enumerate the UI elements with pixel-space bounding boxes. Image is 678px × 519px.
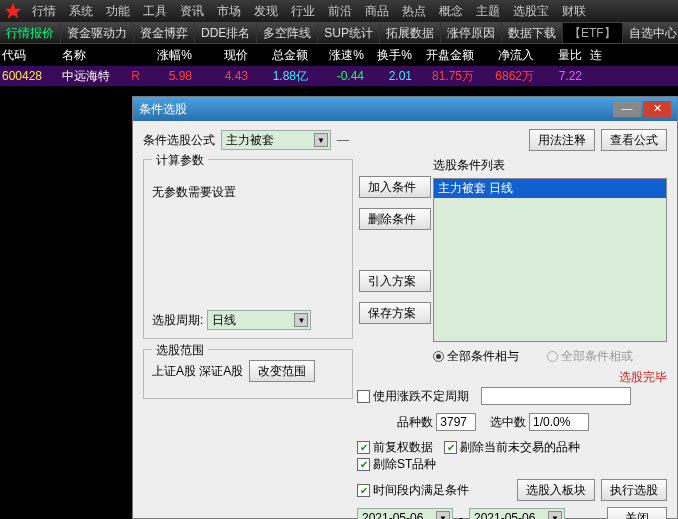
cell-open: 81.75万	[412, 68, 474, 85]
menu-item[interactable]: 主题	[470, 3, 506, 20]
tab-item[interactable]: 【ETF】	[563, 23, 623, 43]
load-scheme-button[interactable]: 引入方案	[359, 270, 431, 292]
menu-item[interactable]: 市场	[211, 3, 247, 20]
svg-marker-0	[5, 3, 22, 19]
view-formula-button[interactable]: 查看公式	[601, 129, 667, 151]
cell-spd: -0.44	[308, 69, 364, 83]
tab-item[interactable]: 资金博弈	[134, 23, 195, 43]
col-pct[interactable]: 涨幅%	[140, 47, 192, 64]
checkbox-icon: ✔	[357, 458, 370, 471]
tab-item[interactable]: SUP统计	[318, 23, 380, 43]
tab-item[interactable]: 数据下载	[502, 23, 563, 43]
date-to-dropdown[interactable]: 2021-05-06▼	[469, 508, 565, 519]
selected-value[interactable]	[529, 413, 589, 431]
menu-item[interactable]: 选股宝	[507, 3, 555, 20]
tab-item[interactable]: 自选中心	[623, 23, 678, 43]
tab-item[interactable]: 拓展数据	[380, 23, 441, 43]
checkbox-icon: ✔	[357, 484, 370, 497]
period-value: 日线	[212, 312, 236, 329]
checkbox-icon: ✔	[357, 441, 370, 454]
col-turn[interactable]: 换手%	[364, 47, 412, 64]
calc-legend: 计算参数	[152, 152, 208, 169]
menu-item[interactable]: 前沿	[322, 3, 358, 20]
chevron-down-icon: ▼	[294, 313, 308, 327]
tab-item[interactable]: 多空阵线	[257, 23, 318, 43]
radio-or[interactable]: 全部条件相或	[547, 348, 633, 365]
date-from-dropdown[interactable]: 2021-05-06▼	[357, 508, 453, 519]
tab-item[interactable]: DDE排名	[195, 23, 257, 43]
menu-item[interactable]: 工具	[137, 3, 173, 20]
formula-label: 条件选股公式	[143, 132, 215, 149]
cell-price: 4.43	[192, 69, 248, 83]
formula-dropdown[interactable]: 主力被套 ▼	[221, 130, 331, 150]
menu-item[interactable]: 行业	[285, 3, 321, 20]
col-amt[interactable]: 总金额	[248, 47, 308, 64]
menu-item[interactable]: 概念	[433, 3, 469, 20]
selected-label: 选中数	[490, 415, 526, 429]
menu-item[interactable]: 资讯	[174, 3, 210, 20]
dialog-title: 条件选股	[139, 101, 611, 118]
delete-condition-button[interactable]: 删除条件	[359, 208, 431, 230]
grid-header: 代码 名称 涨幅% 现价 总金额 涨速% 换手% 开盘金额 净流入 量比 连	[0, 44, 678, 66]
irregular-period-input[interactable]	[481, 387, 631, 405]
menu-item[interactable]: 商品	[359, 3, 395, 20]
chevron-down-icon: ▼	[436, 511, 450, 519]
count-value[interactable]	[436, 413, 476, 431]
tab-quotes[interactable]: 行情报价	[0, 23, 61, 43]
cell-net: 6862万	[474, 68, 534, 85]
condition-listbox[interactable]: 主力被套 日线	[433, 178, 667, 342]
range-text: 上证A股 深证A股	[152, 363, 243, 380]
close-dialog-button[interactable]: 关闭	[607, 507, 667, 519]
condition-list-label: 选股条件列表	[433, 157, 667, 174]
menu-item[interactable]: 功能	[100, 3, 136, 20]
col-price[interactable]: 现价	[192, 47, 248, 64]
cell-amt: 1.88亿	[248, 68, 308, 85]
col-code[interactable]: 代码	[2, 47, 52, 64]
main-menu-bar: 行情 系统 功能 工具 资讯 市场 发现 行业 前沿 商品 热点 概念 主题 选…	[0, 0, 678, 22]
menu-item[interactable]: 系统	[63, 3, 99, 20]
cell-turn: 2.01	[364, 69, 412, 83]
list-item[interactable]: 主力被套 日线	[434, 179, 666, 198]
close-button[interactable]: ✕	[643, 101, 671, 117]
radio-and[interactable]: 全部条件相与	[433, 348, 519, 365]
to-block-button[interactable]: 选股入板块	[517, 479, 595, 501]
period-label: 选股周期:	[152, 312, 203, 329]
tab-item[interactable]: 资金驱动力	[61, 23, 134, 43]
tab-item[interactable]: 涨停原因	[441, 23, 502, 43]
chk-timerange[interactable]: ✔时间段内满足条件	[357, 482, 469, 499]
count-label: 品种数	[397, 415, 433, 429]
add-condition-button[interactable]: 加入条件	[359, 176, 431, 198]
col-name[interactable]: 名称	[52, 47, 122, 64]
condition-selector-dialog: 条件选股 — ✕ 条件选股公式 主力被套 ▼ — 用法注释 查看公式 计算参数 …	[132, 96, 678, 519]
save-scheme-button[interactable]: 保存方案	[359, 302, 431, 324]
menu-item[interactable]: 热点	[396, 3, 432, 20]
chk-exclude-st[interactable]: ✔剔除ST品种	[357, 456, 436, 473]
tab-strip: 行情报价 资金驱动力 资金博弈 DDE排名 多空阵线 SUP统计 拓展数据 涨停…	[0, 22, 678, 44]
minimize-button[interactable]: —	[613, 101, 641, 117]
col-open[interactable]: 开盘金额	[412, 47, 474, 64]
status-text: 选股完毕	[433, 369, 667, 386]
range-group: 选股范围 上证A股 深证A股 改变范围	[143, 349, 353, 399]
change-range-button[interactable]: 改变范围	[249, 360, 315, 382]
col-more[interactable]: 连	[582, 47, 602, 64]
run-button[interactable]: 执行选股	[601, 479, 667, 501]
cell-r-flag: R	[122, 69, 140, 83]
col-vol[interactable]: 量比	[534, 47, 582, 64]
menu-items: 行情 系统 功能 工具 资讯 市场 发现 行业 前沿 商品 热点 概念 主题 选…	[26, 3, 592, 20]
menu-item[interactable]: 发现	[248, 3, 284, 20]
checkbox-icon	[357, 390, 370, 403]
chk-exclude-nontrade[interactable]: ✔剔除当前未交易的品种	[444, 439, 580, 456]
col-net[interactable]: 净流入	[474, 47, 534, 64]
period-dropdown[interactable]: 日线 ▼	[207, 310, 311, 330]
menu-item[interactable]: 行情	[26, 3, 62, 20]
menu-item[interactable]: 财联	[556, 3, 592, 20]
table-row[interactable]: 600428 中远海特 R 5.98 4.43 1.88亿 -0.44 2.01…	[0, 66, 678, 86]
chk-fq[interactable]: ✔前复权数据	[357, 439, 433, 456]
calc-text: 无参数需要设置	[152, 184, 344, 201]
dialog-titlebar[interactable]: 条件选股 — ✕	[133, 97, 677, 121]
col-spd[interactable]: 涨速%	[308, 47, 364, 64]
formula-value: 主力被套	[226, 132, 274, 149]
usage-button[interactable]: 用法注释	[529, 129, 595, 151]
chk-irregular-period[interactable]: 使用涨跌不定周期	[357, 388, 469, 405]
calc-params-group: 计算参数 无参数需要设置 选股周期: 日线 ▼	[143, 159, 353, 339]
